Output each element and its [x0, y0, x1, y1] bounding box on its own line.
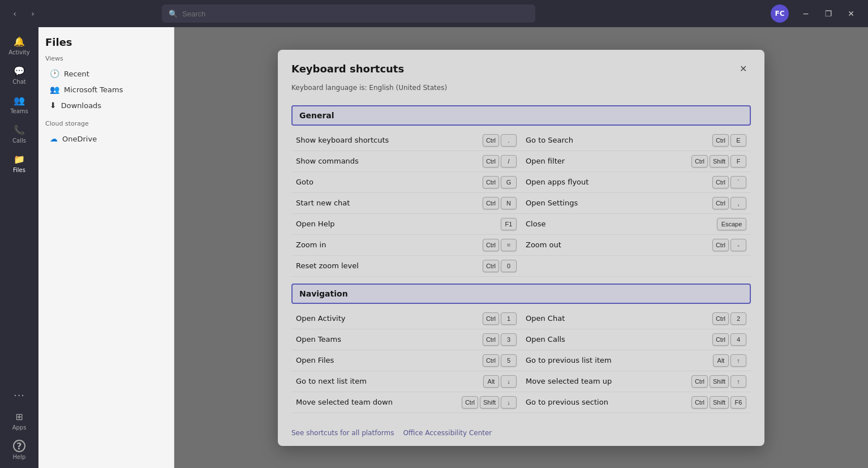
back-button[interactable]: ‹ [7, 6, 23, 22]
key-2: 2 [731, 312, 746, 325]
modal-footer: See shortcuts for all platforms Office A… [278, 422, 764, 446]
files-nav-label: Recent [64, 70, 89, 78]
sidebar-item-label: Teams [10, 108, 28, 114]
modal-close-button[interactable]: ✕ [735, 61, 751, 77]
shortcut-keys: Ctrl ` [712, 176, 746, 188]
modal-subtitle: Keyboard language is: English (United St… [278, 81, 764, 98]
shortcut-label: Open Calls [526, 335, 565, 344]
key-n: N [501, 197, 517, 209]
search-bar[interactable]: 🔍 [162, 5, 535, 23]
maximize-button[interactable]: ❐ [818, 6, 839, 22]
key-f6: F6 [731, 396, 746, 409]
shortcut-label: Go to previous section [526, 398, 608, 406]
main-content: Keyboard shortcuts ✕ Keyboard language i… [174, 27, 868, 468]
key-alt: Alt [483, 375, 499, 388]
shortcut-next-list-item: Go to next list item Alt ↓ [291, 371, 521, 392]
key-f: F [731, 155, 746, 168]
files-nav-teams[interactable]: 👥 Microsoft Teams [45, 81, 167, 97]
shortcut-label: Zoom out [526, 241, 561, 249]
shortcut-keys: Ctrl 2 [712, 312, 746, 325]
sidebar-item-label: Activity [8, 49, 29, 55]
shortcut-label: Open Settings [526, 199, 578, 207]
key-down: ↓ [501, 375, 517, 388]
modal-body[interactable]: General Show keyboard shortcuts Ctrl . G… [278, 98, 764, 422]
files-panel-title: Files [45, 36, 167, 48]
accessibility-center-link[interactable]: Office Accessibility Center [403, 429, 492, 437]
sidebar-item-teams[interactable]: 👥 Teams [5, 91, 34, 118]
shortcut-keys: Alt ↓ [483, 375, 517, 388]
sidebar-item-help[interactable]: ? Help [5, 436, 34, 463]
key-ctrl: Ctrl [691, 155, 708, 168]
sidebar-item-apps[interactable]: ⊞ Apps [5, 407, 34, 434]
key-alt: Alt [713, 354, 729, 367]
shortcut-show-commands: Show commands Ctrl / [291, 151, 521, 172]
nav-arrows: ‹ › [0, 6, 48, 22]
key-ctrl: Ctrl [691, 396, 708, 409]
onedrive-icon: ☁ [50, 134, 58, 143]
key-ctrl: Ctrl [712, 333, 729, 346]
sidebar-item-calls[interactable]: 📞 Calls [5, 120, 34, 147]
shortcut-label: Open Activity [296, 314, 345, 323]
modal-overlay: Keyboard shortcuts ✕ Keyboard language i… [174, 27, 868, 468]
key-ctrl: Ctrl [483, 333, 499, 346]
key-ctrl: Ctrl [712, 176, 729, 188]
calls-icon: 📞 [13, 123, 25, 136]
files-nav-downloads[interactable]: ⬇ Downloads [45, 97, 167, 113]
shortcut-keys: Ctrl 4 [712, 333, 746, 346]
files-nav-onedrive[interactable]: ☁ OneDrive [45, 131, 167, 147]
help-icon: ? [13, 440, 25, 452]
sidebar-item-more[interactable]: ··· [5, 385, 34, 405]
shortcut-keys: Escape [717, 218, 746, 230]
activity-icon: 🔔 [13, 35, 25, 48]
sidebar-item-files[interactable]: 📁 Files [5, 149, 34, 177]
files-nav-recent[interactable]: 🕐 Recent [45, 66, 167, 81]
see-shortcuts-link[interactable]: See shortcuts for all platforms [291, 429, 394, 437]
more-icon: ··· [13, 389, 25, 401]
key-f1: F1 [501, 218, 517, 230]
sidebar-item-chat[interactable]: 💬 Chat [5, 61, 34, 88]
titlebar-actions: FC − ❐ ✕ [764, 5, 868, 23]
close-button[interactable]: ✕ [841, 6, 861, 22]
shortcut-label: Open Help [296, 220, 335, 228]
keyboard-shortcuts-modal: Keyboard shortcuts ✕ Keyboard language i… [278, 50, 764, 446]
shortcut-open-files: Open Files Ctrl 5 [291, 350, 521, 371]
shortcut-label: Show keyboard shortcuts [296, 136, 389, 144]
shortcut-keys: F1 [501, 218, 517, 230]
shortcut-show-keyboard: Show keyboard shortcuts Ctrl . [291, 130, 521, 151]
search-input[interactable] [182, 10, 528, 18]
shortcut-label: Close [526, 220, 545, 228]
forward-button[interactable]: › [25, 6, 41, 22]
shortcut-label: Goto [296, 178, 313, 186]
key-ctrl: Ctrl [483, 354, 499, 367]
key-comma: , [731, 197, 746, 209]
key-ctrl: Ctrl [483, 312, 499, 325]
shortcut-keys: Ctrl / [483, 155, 517, 168]
teams-icon: 👥 [13, 94, 25, 106]
key-ctrl: Ctrl [483, 239, 499, 251]
sidebar-item-activity[interactable]: 🔔 Activity [5, 32, 34, 59]
shortcut-keys: Ctrl - [712, 239, 746, 251]
avatar[interactable]: FC [771, 5, 789, 23]
modal-header: Keyboard shortcuts ✕ [278, 50, 764, 81]
shortcut-open-help: Open Help F1 [291, 214, 521, 235]
sidebar-item-label: Chat [12, 79, 25, 85]
key-ctrl: Ctrl [712, 134, 729, 147]
minimize-button[interactable]: − [796, 6, 816, 22]
shortcut-empty [521, 256, 751, 277]
shortcut-keys: Ctrl Shift F6 [691, 396, 746, 409]
shortcut-keys: Ctrl , [712, 197, 746, 209]
key-minus: - [731, 239, 746, 251]
recent-icon: 🕐 [50, 69, 59, 78]
shortcut-label: Reset zoom level [296, 261, 359, 270]
shortcut-label: Start new chat [296, 199, 350, 207]
key-down: ↓ [501, 396, 517, 409]
shortcut-keys: Ctrl 3 [483, 333, 517, 346]
shortcut-label: Open Chat [526, 314, 565, 323]
key-backtick: ` [731, 176, 746, 188]
files-nav-label: Microsoft Teams [64, 85, 123, 94]
shortcut-label: Show commands [296, 157, 359, 165]
shortcut-open-activity: Open Activity Ctrl 1 [291, 308, 521, 329]
general-section-header: General [291, 105, 751, 126]
key-ctrl: Ctrl [483, 176, 499, 188]
shortcut-reset-zoom: Reset zoom level Ctrl 0 [291, 256, 521, 277]
